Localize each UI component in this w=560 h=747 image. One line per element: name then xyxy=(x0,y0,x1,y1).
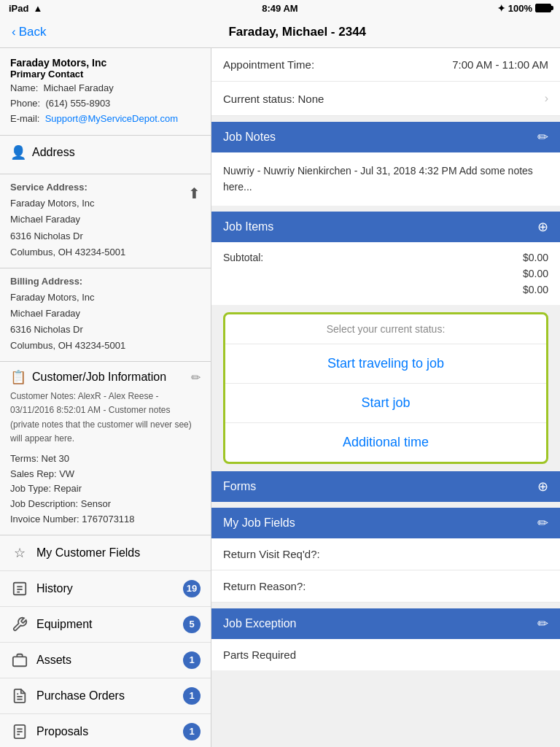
status-popup: Select your current status: Start travel… xyxy=(223,312,548,464)
billing-address-lines: Faraday Motors, Inc Michael Faraday 6316… xyxy=(10,290,201,354)
service-address-section: Service Address: Faraday Motors, Inc Mic… xyxy=(0,174,211,268)
phone-row: Phone: (614) 555-8903 xyxy=(10,96,201,112)
service-addr-line3: 6316 Nicholas Dr xyxy=(10,228,125,244)
info-icon: 📋 xyxy=(10,369,26,385)
current-status-label: Current status: None xyxy=(223,93,324,105)
job-notes-title: Job Notes xyxy=(223,131,276,144)
forms-add-icon[interactable]: ⊕ xyxy=(537,479,548,495)
additional-time-option[interactable]: Additional time xyxy=(225,423,546,462)
customer-info-header-row: 📋 Customer/Job Information ✏ xyxy=(10,369,201,385)
sidebar-item-equipment[interactable]: Equipment 5 xyxy=(0,607,211,643)
phone-value: (614) 555-8903 xyxy=(45,98,110,109)
history-icon xyxy=(10,579,29,598)
star-icon: ☆ xyxy=(10,543,29,562)
job-items-title: Job Items xyxy=(223,220,273,233)
job-field-return-visit: Return Visit Req'd?: xyxy=(211,538,560,570)
back-button[interactable]: ‹ Back xyxy=(12,25,46,39)
page-title: Faraday, Michael - 2344 xyxy=(46,25,548,39)
job-notes-section: Job Notes ✏ Nuwriy - Nuwriy Nienkirchen … xyxy=(211,122,560,206)
name-label: Name: xyxy=(10,82,38,93)
service-address-lines: Faraday Motors, Inc Michael Faraday 6316… xyxy=(10,196,125,260)
proposals-icon xyxy=(10,722,29,741)
email-link[interactable]: Support@MyServiceDepot.com xyxy=(45,113,178,124)
navigate-icon[interactable]: ⬆ xyxy=(188,185,201,202)
status-bar-left: iPad ▲ xyxy=(9,3,42,14)
service-address-title: Service Address: xyxy=(10,182,125,193)
contact-info-section: Faraday Motors, Inc Primary Contact Name… xyxy=(0,48,211,136)
billing-addr-line4: Columbus, OH 43234-5001 xyxy=(10,338,201,354)
terms-row: Terms: Net 30 xyxy=(10,452,201,467)
current-status-row[interactable]: Current status: None › xyxy=(211,82,560,116)
equipment-badge: 5 xyxy=(183,616,201,633)
subtotal-row-2: $0.00 xyxy=(223,266,548,282)
address-label: Address xyxy=(32,146,75,159)
billing-address-section: Billing Address: Faraday Motors, Inc Mic… xyxy=(0,268,211,362)
primary-contact-label: Primary Contact xyxy=(10,69,201,80)
status-chevron-icon: › xyxy=(545,92,548,105)
billing-addr-line3: 6316 Nicholas Dr xyxy=(10,322,201,338)
address-header: 👤 Address xyxy=(10,144,75,160)
billing-addr-line1: Faraday Motors, Inc xyxy=(10,290,201,306)
status-popup-title: Select your current status: xyxy=(225,314,546,344)
subtotal-row-3: $0.00 xyxy=(223,282,548,298)
sidebar-item-label-purchase-orders: Purchase Orders xyxy=(36,689,183,703)
history-badge: 19 xyxy=(183,580,201,597)
sidebar-item-label-my-customer-fields: My Customer Fields xyxy=(36,546,201,560)
job-exception-header: Job Exception ✏ xyxy=(211,608,560,639)
customer-info-edit-icon[interactable]: ✏ xyxy=(191,371,201,384)
email-label: E-mail: xyxy=(10,113,39,124)
status-bar-time: 8:49 AM xyxy=(262,3,298,14)
purchase-orders-badge: 1 xyxy=(183,687,201,705)
battery-label: 100% xyxy=(508,3,532,14)
sidebar-item-label-proposals: Proposals xyxy=(36,725,183,738)
forms-title: Forms xyxy=(223,480,256,493)
job-items-header: Job Items ⊕ xyxy=(211,212,560,242)
bluetooth-icon: ✦ xyxy=(497,3,505,14)
purchase-orders-icon xyxy=(10,686,29,705)
subtotal-label: Subtotal: xyxy=(223,252,263,263)
job-field-return-reason: Return Reason?: xyxy=(211,570,560,603)
svg-rect-4 xyxy=(13,657,26,666)
address-section: 👤 Address xyxy=(0,136,211,174)
forms-section: Forms ⊕ xyxy=(211,471,560,502)
job-desc-row: Job Description: Sensor xyxy=(10,497,201,512)
job-notes-content: Nuwriy - Nuwriy Nienkirchen - Jul 31, 20… xyxy=(211,152,560,206)
sidebar-item-proposals[interactable]: Proposals 1 xyxy=(0,714,211,747)
status-bar-right: ✦ 100% xyxy=(497,3,551,14)
sales-rep-row: Sales Rep: VW xyxy=(10,467,201,482)
email-row: E-mail: Support@MyServiceDepot.com xyxy=(10,112,201,127)
name-value: Michael Faraday xyxy=(44,82,114,93)
service-addr-line1: Faraday Motors, Inc xyxy=(10,196,125,212)
billing-addr-line2: Michael Faraday xyxy=(10,306,201,322)
sidebar-item-purchase-orders[interactable]: Purchase Orders 1 xyxy=(0,678,211,714)
service-addr-line4: Columbus, OH 43234-5001 xyxy=(10,244,125,260)
job-exception-content: Parts Required xyxy=(211,639,560,670)
job-type-row: Job Type: Repair xyxy=(10,481,201,497)
customer-job-info-section: 📋 Customer/Job Information ✏ Customer No… xyxy=(0,362,211,535)
assets-icon xyxy=(10,651,29,670)
wifi-icon: ▲ xyxy=(33,3,42,14)
start-job-option[interactable]: Start job xyxy=(225,384,546,423)
sidebar-item-my-customer-fields[interactable]: ☆ My Customer Fields xyxy=(0,535,211,571)
job-notes-edit-icon[interactable]: ✏ xyxy=(537,129,548,145)
phone-label: Phone: xyxy=(10,98,40,109)
service-addr-line2: Michael Faraday xyxy=(10,212,125,228)
sidebar-item-assets[interactable]: Assets 1 xyxy=(0,643,211,678)
my-job-fields-header: My Job Fields ✏ xyxy=(211,508,560,538)
sidebar-item-label-equipment: Equipment xyxy=(36,618,183,631)
name-row: Name: Michael Faraday xyxy=(10,81,201,96)
job-items-add-icon[interactable]: ⊕ xyxy=(537,219,548,235)
job-exception-edit-icon[interactable]: ✏ xyxy=(537,616,548,632)
my-job-fields-edit-icon[interactable]: ✏ xyxy=(537,515,548,531)
start-traveling-option[interactable]: Start traveling to job xyxy=(225,344,546,384)
proposals-badge: 1 xyxy=(183,723,201,740)
customer-info-title: 📋 Customer/Job Information xyxy=(10,369,166,385)
subtotal-row-1: Subtotal: $0.00 xyxy=(223,249,548,266)
appointment-time: 7:00 AM - 11:00 AM xyxy=(452,58,548,71)
subtotal-value: $0.00 xyxy=(523,252,548,263)
my-job-fields-title: My Job Fields xyxy=(223,516,295,530)
billing-address-title: Billing Address: xyxy=(10,276,201,287)
subtotal-rows: Subtotal: $0.00 $0.00 $0.00 xyxy=(211,242,560,305)
sidebar-item-history[interactable]: History 19 xyxy=(0,571,211,607)
invoice-number-row: Invoice Number: 1767073118 xyxy=(10,512,201,527)
